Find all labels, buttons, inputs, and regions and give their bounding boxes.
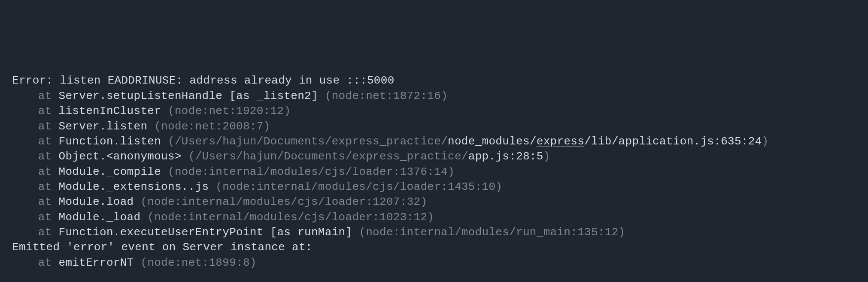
paren-open: ( — [209, 180, 222, 193]
frame-location-link[interactable]: express — [537, 135, 584, 148]
frame-location: node:net:2008:7 — [161, 120, 264, 133]
paren-close: ) — [427, 211, 434, 224]
stack-frame: at Module.load (node:internal/modules/cj… — [12, 195, 856, 210]
at-keyword: at — [38, 135, 59, 148]
stack-frame: at Function.executeUserEntryPoint [as ru… — [12, 225, 856, 240]
stack-frame: at Server.setupListenHandle [as _listen2… — [12, 89, 856, 104]
frame-location: node:internal/modules/cjs/loader:1376:14 — [175, 165, 448, 178]
stack-frame: at Module._compile (node:internal/module… — [12, 165, 856, 180]
frame-function: Object.<anonymous> — [59, 150, 182, 163]
frame-location: node:net:1920:12 — [175, 105, 284, 117]
frame-function: emitErrorNT — [59, 256, 134, 269]
frame-location: node:internal/modules/run_main:135:12 — [366, 226, 618, 239]
frame-location-bright: app.js:28:5 — [468, 150, 543, 163]
paren-open: ( — [134, 195, 148, 208]
frame-location-dim: /Users/hajun/Documents/express_practice/ — [175, 135, 448, 148]
stack-frame: at Module._load (node:internal/modules/c… — [12, 210, 856, 225]
paren-open: ( — [318, 90, 332, 102]
frame-function: Function.listen — [59, 135, 161, 148]
stack-frame: at Server.listen (node:net:2008:7) — [12, 119, 856, 134]
frame-location: node:net:1872:16 — [332, 90, 441, 102]
at-keyword: at — [38, 90, 59, 102]
paren-open: ( — [147, 120, 161, 133]
paren-close: ) — [619, 226, 625, 239]
paren-close: ) — [448, 165, 455, 178]
paren-close: ) — [543, 150, 550, 163]
frame-location-bright: node_modules/ — [448, 135, 537, 148]
error-message: Error: listen EADDRINUSE: address alread… — [12, 74, 395, 87]
emitted-line: Emitted 'error' event on Server instance… — [12, 240, 856, 255]
frame-function: listenInCluster — [59, 105, 161, 117]
paren-open: ( — [352, 226, 366, 239]
frame-location: node:internal/modules/cjs/loader:1435:10 — [222, 180, 495, 193]
frame-function: Module._compile — [59, 165, 161, 178]
paren-close: ) — [264, 120, 270, 133]
stack-frame: at emitErrorNT (node:net:1899:8) — [12, 255, 856, 270]
frame-function: Function.executeUserEntryPoint [as runMa… — [59, 226, 352, 239]
frame-location-bright: /lib/application.js:635:24 — [584, 135, 762, 148]
at-keyword: at — [38, 150, 59, 163]
at-keyword: at — [38, 105, 59, 117]
paren-open: ( — [182, 150, 195, 163]
paren-close: ) — [420, 195, 427, 208]
paren-open: ( — [161, 135, 175, 148]
at-keyword: at — [38, 180, 59, 193]
at-keyword: at — [38, 165, 59, 178]
stack-frame: at Object.<anonymous> (/Users/hajun/Docu… — [12, 149, 856, 164]
frame-location-dim: /Users/hajun/Documents/express_practice/ — [195, 150, 468, 163]
paren-close: ) — [441, 90, 448, 102]
paren-close: ) — [284, 105, 291, 117]
frame-function: Module.load — [59, 195, 134, 208]
emitted-message: Emitted 'error' event on Server instance… — [12, 241, 313, 254]
paren-close: ) — [762, 135, 769, 148]
paren-open: ( — [134, 256, 148, 269]
at-keyword: at — [38, 226, 59, 239]
at-keyword: at — [38, 256, 59, 269]
terminal-output: Error: listen EADDRINUSE: address alread… — [12, 73, 856, 270]
paren-close: ) — [250, 256, 257, 269]
paren-close: ) — [495, 180, 502, 193]
error-line: Error: listen EADDRINUSE: address alread… — [12, 73, 856, 88]
frame-function: Module._extensions..js — [59, 180, 209, 193]
frame-function: Server.setupListenHandle [as _listen2] — [59, 90, 318, 102]
stack-frame: at listenInCluster (node:net:1920:12) — [12, 104, 856, 119]
at-keyword: at — [38, 120, 59, 133]
frame-function: Server.listen — [59, 120, 148, 133]
frame-function: Module._load — [59, 211, 141, 224]
frame-location: node:internal/modules/cjs/loader:1207:32 — [147, 195, 420, 208]
stack-frame: at Module._extensions..js (node:internal… — [12, 180, 856, 195]
at-keyword: at — [38, 211, 59, 224]
paren-open: ( — [161, 105, 175, 117]
frame-location: node:net:1899:8 — [147, 256, 250, 269]
paren-open: ( — [140, 211, 154, 224]
frame-location: node:internal/modules/cjs/loader:1023:12 — [154, 211, 427, 224]
paren-open: ( — [161, 165, 175, 178]
stack-frame: at Function.listen (/Users/hajun/Documen… — [12, 134, 856, 149]
at-keyword: at — [38, 195, 59, 208]
